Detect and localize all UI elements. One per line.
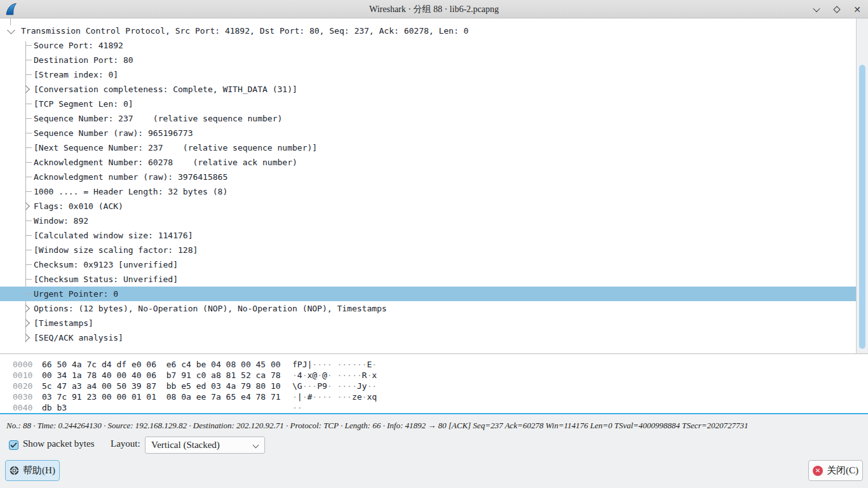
hex-row[interactable]: 003003 7c 91 23 00 00 01 01 08 0a ee 7a …: [13, 391, 868, 402]
chevron-right-icon[interactable]: [22, 319, 30, 327]
tree-item-label: [Checksum Status: Unverified]: [34, 274, 178, 284]
chevron-right-icon[interactable]: [22, 304, 30, 313]
layout-dropdown[interactable]: Vertical (Stacked): [145, 437, 265, 454]
hex-ascii: ·4·x@·@· ·····R·x: [292, 370, 377, 380]
close-button[interactable]: ✕ 关闭(C): [808, 460, 863, 481]
tree-item[interactable]: Transmission Control Protocol, Src Port:…: [0, 24, 856, 38]
tree-item[interactable]: [Window size scaling factor: 128]: [0, 243, 856, 257]
show-packet-bytes-checkbox[interactable]: [9, 440, 18, 450]
show-packet-bytes-label: Show packet bytes: [23, 438, 94, 449]
tree-item-label: [Timestamps]: [34, 318, 93, 328]
hex-ascii: ·|·#···· ···ze·xq: [292, 392, 377, 402]
tree-item[interactable]: 1000 .... = Header Length: 32 bytes (8): [0, 184, 856, 199]
tree-item[interactable]: Flags: 0x010 (ACK): [0, 199, 856, 214]
chevron-down-icon[interactable]: [7, 26, 15, 34]
hex-offset: 0000: [13, 359, 42, 370]
tree-item-label: Sequence Number: 237 (relative sequence …: [34, 114, 282, 123]
tree-item-label: [Stream index: 0]: [34, 70, 118, 79]
tree-item-label: Window: 892: [34, 216, 88, 226]
hex-bytes: 5c 47 a3 a4 00 50 39 87 bb e5 ed 03 4a 7…: [42, 381, 292, 391]
hex-row[interactable]: 00205c 47 a3 a4 00 50 39 87 bb e5 ed 03 …: [13, 381, 868, 391]
tree-item[interactable]: Window: 892: [0, 214, 856, 228]
tree-item[interactable]: Sequence Number (raw): 965196773: [0, 126, 856, 140]
branch-tick: [25, 74, 32, 75]
titlebar: Wireshark · 分组 88 · lib6-2.pcapng ✕: [0, 0, 868, 18]
branch-tick: [25, 162, 32, 163]
packet-detail-panel: Transmission Control Protocol, Src Port:…: [0, 18, 868, 354]
tree-item[interactable]: [TCP Segment Len: 0]: [0, 97, 856, 111]
branch-tick: [25, 264, 32, 265]
tree-item[interactable]: Checksum: 0x9123 [unverified]: [0, 257, 856, 272]
tree-item-label: Acknowledgment number (raw): 3976415865: [34, 172, 227, 182]
help-button[interactable]: 帮助(H): [5, 460, 60, 481]
tree-item[interactable]: [SEQ/ACK analysis]: [0, 330, 856, 345]
branch-tick: [25, 235, 32, 236]
tree-item[interactable]: [Checksum Status: Unverified]: [0, 272, 856, 287]
help-button-label: 帮助(H): [23, 464, 55, 477]
tree-item[interactable]: [Stream index: 0]: [0, 67, 856, 82]
hex-offset: 0040: [13, 402, 42, 413]
tree-item-label: Checksum: 0x9123 [unverified]: [34, 260, 178, 269]
branch-tick: [25, 45, 32, 46]
tree-item-label: Flags: 0x010 (ACK): [34, 201, 123, 211]
hex-offset: 0010: [13, 370, 42, 381]
scrollbar-thumb[interactable]: [859, 65, 865, 349]
tree-item[interactable]: [Next Sequence Number: 237 (relative seq…: [0, 140, 856, 155]
close-button-label: 关闭(C): [827, 464, 858, 477]
vertical-scrollbar[interactable]: [856, 18, 868, 353]
tree-item-label: Acknowledgment Number: 60278 (relative a…: [34, 158, 297, 167]
tree-item[interactable]: Destination Port: 80: [0, 53, 856, 67]
hex-bytes: db b3: [42, 402, 292, 413]
dialog-footer: No.: 88 · Time: 0.244264130 · Source: 19…: [0, 416, 868, 488]
branch-tick: [25, 250, 32, 250]
close-circle-icon: ✕: [813, 466, 823, 476]
tree-item[interactable]: [Conversation completeness: Complete, WI…: [0, 82, 856, 97]
maximize-icon[interactable]: [830, 3, 844, 17]
tree-item-label: 1000 .... = Header Length: 32 bytes (8): [34, 187, 227, 196]
packet-summary-line: No.: 88 · Time: 0.244264130 · Source: 19…: [6, 421, 862, 431]
tree-item-label: [Calculated window size: 114176]: [34, 231, 193, 240]
packet-bytes-panel: 000066 50 4a 7c d4 df e0 06 e6 c4 be 04 …: [0, 355, 868, 414]
tree-item-label: Sequence Number (raw): 965196773: [34, 128, 193, 138]
branch-tick: [25, 220, 32, 221]
branch-tick: [25, 147, 32, 148]
tree-item-label: [Window size scaling factor: 128]: [34, 245, 198, 255]
tree-item[interactable]: Source Port: 41892: [0, 38, 856, 53]
controls-row: Show packet bytes Layout: Vertical (Stac…: [0, 437, 868, 454]
hex-row[interactable]: 0040db b3··: [13, 402, 868, 413]
chevron-right-icon[interactable]: [22, 334, 30, 342]
close-window-icon[interactable]: ✕: [850, 3, 864, 17]
branch-tick: [25, 133, 32, 133]
check-icon: [10, 442, 17, 448]
hex-row[interactable]: 001000 34 1a 78 40 00 40 06 b7 91 c0 a8 …: [13, 370, 868, 381]
tree-item-label: [Next Sequence Number: 237 (relative seq…: [34, 143, 317, 152]
tree-item-label: Destination Port: 80: [34, 55, 133, 65]
hex-bytes: 66 50 4a 7c d4 df e0 06 e6 c4 be 04 08 0…: [42, 359, 292, 370]
tree-item-label: [Conversation completeness: Complete, WI…: [34, 85, 297, 94]
branch-tick: [25, 60, 32, 60]
hex-bytes: 03 7c 91 23 00 00 01 01 08 0a ee 7a 65 e…: [42, 391, 292, 402]
tree-item[interactable]: Sequence Number: 237 (relative sequence …: [0, 111, 856, 126]
tree-item-label: [TCP Segment Len: 0]: [34, 99, 133, 109]
branch-tick: [25, 191, 32, 192]
layout-dropdown-value: Vertical (Stacked): [151, 440, 220, 450]
tree-item[interactable]: Options: (12 bytes), No-Operation (NOP),…: [0, 301, 856, 316]
branch-tick: [25, 104, 32, 104]
hex-row[interactable]: 000066 50 4a 7c d4 df e0 06 e6 c4 be 04 …: [13, 359, 868, 370]
tree-item-label: Urgent Pointer: 0: [34, 289, 118, 299]
hex-ascii: fPJ|···· ······E·: [292, 360, 377, 369]
hex-ascii: ··: [292, 403, 302, 412]
branch-tick: [25, 118, 32, 119]
branch-tick: [25, 294, 32, 294]
minimize-icon[interactable]: [810, 3, 824, 17]
tree-item[interactable]: [Timestamps]: [0, 316, 856, 330]
tree-item[interactable]: Acknowledgment number (raw): 3976415865: [0, 170, 856, 184]
chevron-right-icon[interactable]: [22, 202, 30, 210]
chevron-right-icon[interactable]: [22, 85, 30, 93]
tree-item[interactable]: Urgent Pointer: 0: [0, 287, 856, 301]
hex-offset: 0030: [13, 391, 42, 402]
chevron-down-icon: [253, 442, 259, 449]
packet-tree: Transmission Control Protocol, Src Port:…: [0, 24, 856, 345]
tree-item[interactable]: Acknowledgment Number: 60278 (relative a…: [0, 155, 856, 170]
tree-item[interactable]: [Calculated window size: 114176]: [0, 228, 856, 243]
